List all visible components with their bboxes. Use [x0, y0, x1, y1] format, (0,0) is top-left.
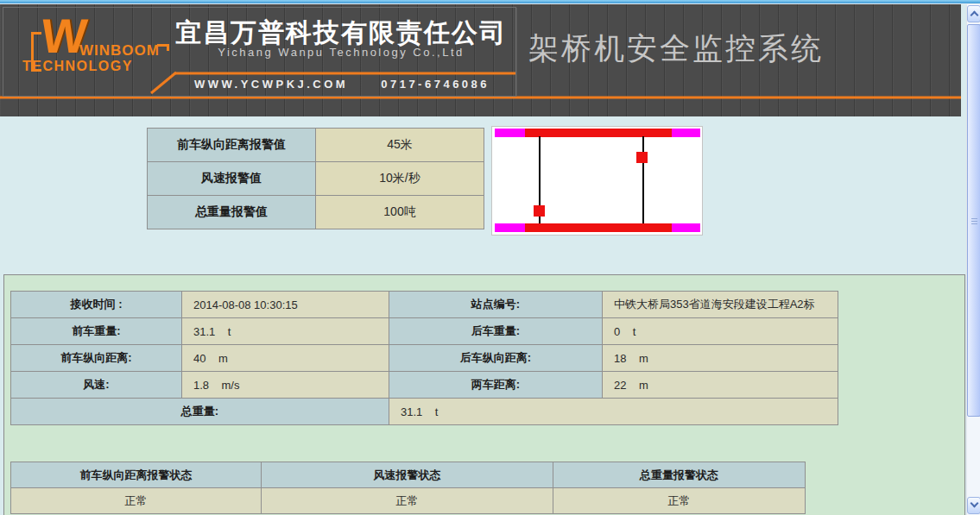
value-trucks-distance: 22 m	[603, 372, 838, 399]
alarm-value-wind-speed: 10米/秒	[316, 162, 484, 196]
label-station-id: 站点编号:	[389, 292, 603, 318]
table-row: 风速报警值 10米/秒	[148, 162, 484, 196]
table-row: 前车纵向距离报警状态 风速报警状态 总重量报警状态	[11, 462, 806, 488]
beam-end-left	[495, 129, 525, 137]
status-value-wind-speed: 正常	[262, 488, 553, 514]
table-row: 风速: 1.8 m/s 两车距离: 22 m	[11, 372, 838, 399]
alarm-label-total-weight: 总重量报警值	[148, 196, 316, 229]
alarm-value-total-weight: 100吨	[316, 196, 484, 229]
alarm-label-front-distance: 前车纵向距离报警值	[148, 129, 316, 162]
label-front-weight: 前车重量:	[11, 318, 182, 345]
value-total-weight: 31.1 t	[389, 399, 838, 425]
value-wind-speed: 1.8 m/s	[182, 372, 389, 399]
status-header-wind-speed: 风速报警状态	[262, 462, 553, 488]
label-front-distance: 前车纵向距离:	[11, 345, 182, 372]
scroll-down-button[interactable]	[967, 497, 980, 514]
table-row: 前车纵向距离: 40 m 后车纵向距离: 18 m	[11, 345, 838, 372]
company-name-en: Yichang Wanpu Technology Co.,Ltd	[168, 46, 514, 59]
label-total-weight: 总重量:	[11, 399, 389, 425]
schematic-bottom-beam	[495, 223, 700, 232]
beam-middle	[525, 223, 672, 232]
status-value-total-weight: 正常	[553, 488, 806, 514]
contact-bar: WWW.YCWPKJ.COM 0717-6746086	[173, 73, 511, 94]
table-row: 总重量: 31.1 t	[11, 399, 838, 425]
value-front-weight: 31.1 t	[182, 318, 389, 345]
beam-end-left	[495, 223, 525, 232]
website-url: WWW.YCWPKJ.COM	[194, 78, 348, 91]
label-trucks-distance: 两车距离:	[389, 372, 603, 399]
schematic-top-beam	[495, 129, 700, 137]
chevron-down-icon	[971, 499, 979, 508]
beam-end-right	[672, 129, 700, 137]
label-wind-speed: 风速:	[11, 372, 182, 399]
alarm-settings-table: 前车纵向距离报警值 45米 风速报警值 10米/秒 总重量报警值 100吨	[147, 128, 484, 229]
page-header: W WINBOOM TECHNOLOGY 宜昌万普科技有限责任公司 Yichan…	[0, 4, 961, 116]
value-rear-distance: 18 m	[603, 345, 838, 372]
logo-rule-icon	[157, 44, 169, 51]
table-row: 总重量报警值 100吨	[148, 196, 484, 229]
front-truck-marker	[636, 152, 648, 163]
value-front-distance: 40 m	[182, 345, 389, 372]
alarm-value-front-distance: 45米	[316, 129, 484, 162]
vertical-scrollbar[interactable]	[966, 4, 980, 515]
chevron-up-icon	[971, 11, 979, 20]
scroll-up-button[interactable]	[967, 5, 980, 22]
beam-end-right	[672, 223, 700, 232]
system-title: 架桥机安全监控系统	[528, 28, 943, 69]
readings-table: 接收时间 : 2014-08-08 10:30:15 站点编号: 中铁大桥局35…	[10, 291, 838, 425]
status-header-total-weight: 总重量报警状态	[553, 462, 806, 488]
phone-number: 0717-6746086	[381, 78, 490, 91]
alarm-status-table: 前车纵向距离报警状态 风速报警状态 总重量报警状态 正常 正常 正常	[10, 462, 806, 514]
winboom-logo: W WINBOOM TECHNOLOGY	[12, 11, 163, 93]
logo-text-technology: TECHNOLOGY	[22, 59, 133, 74]
table-row: 正常 正常 正常	[11, 488, 806, 514]
table-row: 前车纵向距离报警值 45米	[148, 129, 484, 162]
label-rear-weight: 后车重量:	[389, 318, 603, 345]
status-header-front-distance: 前车纵向距离报警状态	[11, 462, 262, 488]
scrollbar-thumb[interactable]	[967, 24, 980, 417]
value-rear-weight: 0 t	[603, 318, 838, 345]
label-rear-distance: 后车纵向距离:	[389, 345, 603, 372]
status-value-front-distance: 正常	[11, 488, 262, 514]
value-station-id: 中铁大桥局353省道海安段建设工程A2标	[603, 292, 838, 318]
rear-truck-marker	[534, 205, 545, 217]
crane-schematic	[491, 126, 703, 236]
table-row: 前车重量: 31.1 t 后车重量: 0 t	[11, 318, 838, 345]
label-receive-time: 接收时间 :	[11, 292, 182, 318]
table-row: 接收时间 : 2014-08-08 10:30:15 站点编号: 中铁大桥局35…	[11, 292, 838, 318]
value-receive-time: 2014-08-08 10:30:15	[182, 292, 389, 318]
readings-panel: 接收时间 : 2014-08-08 10:30:15 站点编号: 中铁大桥局35…	[3, 274, 965, 515]
beam-middle	[525, 129, 672, 137]
front-truck-line	[642, 136, 644, 224]
scrollbar-grip-icon	[971, 218, 977, 225]
logo-text-winboom: WINBOOM	[79, 42, 160, 60]
alarm-label-wind-speed: 风速报警值	[148, 162, 316, 196]
